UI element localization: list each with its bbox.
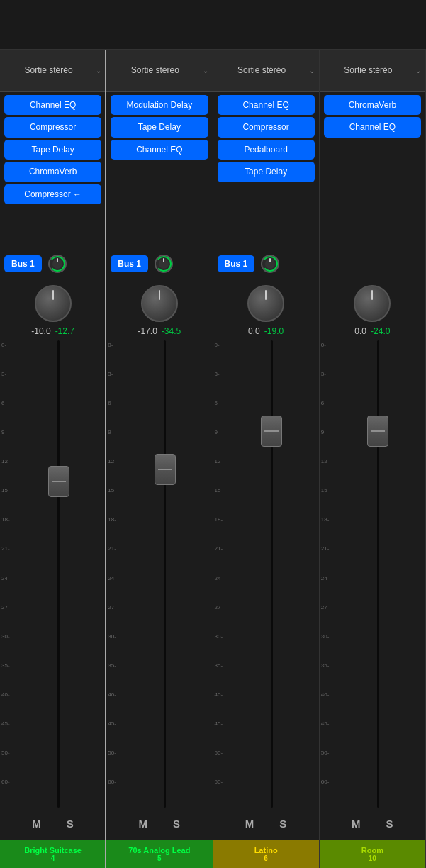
scale-mark: 24- [215,575,226,604]
solo-button-3[interactable]: S [274,815,292,833]
fader-section-1: 0-3-6-9-12-15-18-21-24-27-30-35-40-45-50… [0,340,106,808]
plugin-btn-4-2[interactable]: Channel EQ [324,117,421,137]
fader-handle-1[interactable] [48,466,69,497]
scale-mark: 6- [321,400,332,429]
scale-mark: 40- [215,691,226,720]
scale-labels-2: 0-3-6-9-12-15-18-21-24-27-30-35-40-45-50… [108,340,119,808]
fader-col-3[interactable] [226,340,318,808]
mute-button-2[interactable]: M [133,815,154,833]
chevron-down-icon: ⌄ [96,67,101,74]
solo-button-2[interactable]: S [167,815,186,833]
solo-button-1[interactable]: S [61,815,79,833]
fader-track-3 [271,340,273,808]
scale-mark: 40- [1,691,13,720]
scale-mark: 21- [1,545,13,574]
scale-mark: 50- [108,750,119,779]
plugins-area-3: Channel EQCompressorPedalboardTape Delay [213,92,319,248]
scale-mark: 18- [1,516,13,545]
fader-track-2 [164,340,166,808]
scale-mark: 27- [108,604,119,633]
scale-mark: 9- [1,429,13,458]
fader-col-4[interactable] [332,340,424,808]
scale-mark: 35- [321,662,332,691]
channel-header-3[interactable]: Sortie stéréo ⌄ [213,50,319,92]
plugin-btn-1-1[interactable]: Channel EQ [4,95,101,115]
channel-number-4: 10 [324,855,421,862]
fader-section-4: 0-3-6-9-12-15-18-21-24-27-30-35-40-45-50… [320,340,425,808]
scale-labels-1: 0-3-6-9-12-15-18-21-24-27-30-35-40-45-50… [1,340,13,808]
level-green-1: -12.7 [55,326,74,336]
scale-mark: 45- [321,720,332,750]
ms-row-2: M S [106,808,212,840]
pan-knob-1[interactable] [46,252,69,275]
volume-knob-3[interactable] [247,285,284,322]
volume-knob-4[interactable] [354,285,391,322]
scale-mark: 50- [215,750,226,779]
scale-mark: 18- [215,516,226,545]
scale-mark: 30- [108,633,119,662]
bus-button-1[interactable]: Bus 1 [4,255,42,272]
mute-button-1[interactable]: M [26,815,47,833]
solo-button-4[interactable]: S [381,815,399,833]
plugin-btn-3-1[interactable]: Channel EQ [218,95,315,115]
plugin-btn-3-2[interactable]: Compressor [218,117,315,137]
plugin-btn-2-1[interactable]: Modulation Delay [111,95,208,115]
volume-knob-area-3 [213,279,319,325]
bus-button-2[interactable]: Bus 1 [111,255,148,272]
plugin-btn-1-3[interactable]: Tape Delay [4,140,101,160]
scale-mark: 6- [1,400,13,429]
fader-handle-2[interactable] [155,454,176,485]
plugin-btn-2-3[interactable]: Channel EQ [111,140,208,160]
level-black-1: -10.0 [31,326,50,336]
channel-number-2: 5 [111,855,208,862]
scale-mark: 21- [215,545,226,574]
levels-row-4: 0.0 -24.0 [320,325,425,340]
scale-mark: 12- [215,458,226,487]
scale-mark: 18- [108,516,119,545]
plugins-area-1: Channel EQCompressorTape DelayChromaVerb… [0,92,106,248]
scale-mark: 15- [108,487,119,516]
channel-header-2[interactable]: Sortie stéréo ⌄ [106,50,212,92]
channel-name-3: Latino [218,846,315,855]
scale-mark: 50- [321,750,332,779]
scale-mark: 9- [108,429,119,458]
plugin-btn-1-2[interactable]: Compressor [4,117,101,137]
scale-mark: 3- [215,371,226,400]
volume-knob-2[interactable] [141,285,178,322]
level-green-3: -19.0 [264,326,284,336]
chevron-down-icon: ⌄ [415,67,421,74]
fader-handle-4[interactable] [367,416,388,447]
scale-mark: 18- [321,516,332,545]
scale-mark: 21- [108,545,119,574]
scale-mark: 45- [1,720,13,750]
bus-button-3[interactable]: Bus 1 [218,255,255,272]
plugin-btn-4-1[interactable]: ChromaVerb [324,95,421,115]
chevron-down-icon: ⌄ [203,67,208,74]
plugin-btn-2-2[interactable]: Tape Delay [111,117,208,137]
fader-col-1[interactable] [13,340,104,808]
pan-knob-3[interactable] [259,252,281,275]
plugin-btn-3-4[interactable]: Tape Delay [218,162,315,182]
fader-handle-3[interactable] [261,416,282,447]
scale-mark: 27- [215,604,226,633]
scale-labels-4: 0-3-6-9-12-15-18-21-24-27-30-35-40-45-50… [321,340,332,808]
plugin-btn-1-4[interactable]: ChromaVerb [4,162,101,182]
volume-knob-1[interactable] [35,285,72,322]
scale-mark: 24- [1,575,13,604]
channel-header-4[interactable]: Sortie stéréo ⌄ [320,50,425,92]
scale-mark: 35- [215,662,226,691]
plugin-btn-3-3[interactable]: Pedalboard [218,140,315,160]
channel-header-1[interactable]: Sortie stéréo ⌄ [0,50,106,92]
channel-3: Sortie stéréo ⌄ Channel EQCompressorPeda… [213,50,320,868]
mute-button-4[interactable]: M [346,815,366,833]
scale-mark: 60- [108,779,119,808]
plugin-btn-1-5[interactable]: Compressor ← [4,184,101,204]
scale-mark: 0- [108,342,119,371]
volume-knob-area-4 [320,279,425,325]
mute-button-3[interactable]: M [240,815,260,833]
level-black-2: -17.0 [138,326,157,336]
fader-col-2[interactable] [119,340,211,808]
level-green-2: -34.5 [162,326,181,336]
level-green-4: -24.0 [371,326,390,336]
pan-knob-2[interactable] [152,252,175,275]
